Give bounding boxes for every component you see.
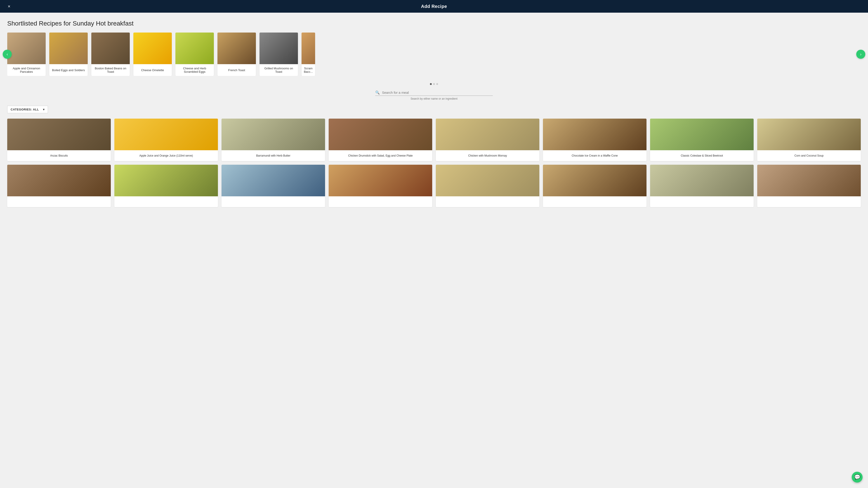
carousel-dot[interactable] <box>430 83 432 85</box>
grid-recipe-card[interactable] <box>329 165 432 207</box>
grid-recipe-card[interactable] <box>221 165 325 207</box>
app-header: × Add Recipe <box>0 0 868 13</box>
search-input[interactable] <box>382 91 493 94</box>
grid-recipe-card[interactable]: Barramundi with Herb Butter <box>221 119 325 161</box>
grid-recipe-card[interactable]: Apple Juice and Orange Juice (110ml serv… <box>114 119 218 161</box>
grid-recipe-card[interactable] <box>436 165 539 207</box>
recipe-card-label: Scram Bacc... <box>302 64 315 76</box>
grid-recipe-card[interactable] <box>543 165 647 207</box>
grid-recipe-image <box>436 165 539 196</box>
recipe-card-image <box>7 33 46 64</box>
grid-recipe-label <box>757 196 861 207</box>
grid-recipe-label: Chocolate Ice Cream in a Waffle Cone <box>543 150 647 161</box>
main-content: Shortlisted Recipes for Sunday Hot break… <box>0 13 868 215</box>
recipe-card-label: French Toast <box>217 64 256 76</box>
grid-recipe-card[interactable] <box>757 165 861 207</box>
grid-recipe-label: Classic Coleslaw & Sliced Beetroot <box>650 150 754 161</box>
grid-recipe-card[interactable]: Classic Coleslaw & Sliced Beetroot <box>650 119 754 161</box>
grid-recipe-image <box>7 119 111 150</box>
recipe-card-label: Grilled Mushrooms on Toast <box>259 64 298 76</box>
search-icon: 🔍 <box>375 90 380 95</box>
grid-recipe-card[interactable]: Corn and Coconut Soup <box>757 119 861 161</box>
grid-recipe-image <box>221 165 325 196</box>
recipe-card-image <box>302 33 315 64</box>
recipe-card-image <box>91 33 130 64</box>
grid-recipe-label: Apple Juice and Orange Juice (110ml serv… <box>114 150 218 161</box>
recipe-card-label: Boiled Eggs and Soldiers <box>49 64 88 76</box>
carousel-recipe-card[interactable]: Cheese and Herb Scrambled Eggs <box>176 33 214 76</box>
close-button[interactable]: × <box>5 3 13 10</box>
grid-recipe-label <box>543 196 647 207</box>
grid-recipe-label: Chicken with Mushroom Mornay <box>436 150 539 161</box>
categories-bar: CATEGORIES: ALL ▾ <box>7 106 861 113</box>
grid-recipe-label <box>329 196 432 207</box>
grid-recipe-label <box>221 196 325 207</box>
grid-recipe-image <box>543 165 647 196</box>
carousel-recipe-card[interactable]: Cheese Omelette <box>133 33 172 76</box>
recipe-card-label: Apple and Cinnamon Pancakes <box>7 64 46 76</box>
search-hint: Search by either name or an ingredient <box>410 97 457 100</box>
carousel-recipe-card[interactable]: Scram Bacc... <box>302 33 315 76</box>
carousel-wrapper: Apple and Cinnamon Pancakes Boiled Eggs … <box>7 33 861 76</box>
recipe-card-image <box>217 33 256 64</box>
category-select[interactable]: CATEGORIES: ALL ▾ <box>7 106 48 113</box>
carousel-recipe-card[interactable]: Grilled Mushrooms on Toast <box>259 33 298 76</box>
grid-recipe-card[interactable] <box>650 165 754 207</box>
grid-recipe-label: Corn and Coconut Soup <box>757 150 861 161</box>
grid-recipe-label <box>436 196 539 207</box>
recipe-card-image <box>176 33 214 64</box>
carousel-dot[interactable] <box>433 83 435 85</box>
recipe-card-image <box>259 33 298 64</box>
recipe-card-label: Cheese and Herb Scrambled Eggs <box>176 64 214 76</box>
grid-recipe-image <box>650 119 754 150</box>
recipe-card-image <box>49 33 88 64</box>
recipe-grid: Anzac Biscuits Apple Juice and Orange Ju… <box>7 119 861 215</box>
carousel-dot[interactable] <box>436 83 438 85</box>
carousel-track: Apple and Cinnamon Pancakes Boiled Eggs … <box>7 33 861 76</box>
grid-recipe-image <box>543 119 647 150</box>
grid-recipe-image <box>329 119 432 150</box>
grid-recipe-card[interactable] <box>114 165 218 207</box>
carousel-recipe-card[interactable]: Boiled Eggs and Soldiers <box>49 33 88 76</box>
grid-recipe-image <box>650 165 754 196</box>
grid-recipe-card[interactable]: Chocolate Ice Cream in a Waffle Cone <box>543 119 647 161</box>
chat-button[interactable]: 💬 <box>852 472 863 483</box>
grid-recipe-card[interactable] <box>7 165 111 207</box>
section-title: Shortlisted Recipes for Sunday Hot break… <box>7 20 861 27</box>
grid-recipe-image <box>757 119 861 150</box>
grid-recipe-image <box>757 165 861 196</box>
grid-recipe-image <box>114 165 218 196</box>
grid-recipe-card[interactable]: Chicken Drumstick with Salad, Egg and Ch… <box>329 119 432 161</box>
grid-recipe-image <box>114 119 218 150</box>
grid-recipe-label <box>650 196 754 207</box>
recipe-card-image <box>133 33 172 64</box>
recipe-card-label: Cheese Omelette <box>133 64 172 76</box>
grid-recipe-label <box>114 196 218 207</box>
grid-recipe-card[interactable]: Chicken with Mushroom Mornay <box>436 119 539 161</box>
grid-recipe-label: Anzac Biscuits <box>7 150 111 161</box>
search-section: 🔍 Search by either name or an ingredient <box>7 90 861 100</box>
grid-recipe-image <box>436 119 539 150</box>
carousel-container: ‹ Apple and Cinnamon Pancakes Boiled Egg… <box>7 33 861 76</box>
chevron-down-icon: ▾ <box>43 108 45 111</box>
grid-recipe-label: Barramundi with Herb Butter <box>221 150 325 161</box>
carousel-recipe-card[interactable]: French Toast <box>217 33 256 76</box>
carousel-recipe-card[interactable]: Apple and Cinnamon Pancakes <box>7 33 46 76</box>
header-title: Add Recipe <box>421 4 447 9</box>
search-box: 🔍 <box>375 90 493 96</box>
grid-recipe-image <box>329 165 432 196</box>
carousel-recipe-card[interactable]: Boston Baked Beans on Toast <box>91 33 130 76</box>
recipe-card-label: Boston Baked Beans on Toast <box>91 64 130 76</box>
grid-recipe-label <box>7 196 111 207</box>
grid-recipe-image <box>221 119 325 150</box>
grid-recipe-label: Chicken Drumstick with Salad, Egg and Ch… <box>329 150 432 161</box>
category-label: CATEGORIES: ALL <box>11 108 39 111</box>
grid-recipe-image <box>7 165 111 196</box>
carousel-next-button[interactable]: › <box>856 50 865 59</box>
carousel-prev-button[interactable]: ‹ <box>3 50 12 59</box>
carousel-dots <box>7 83 861 85</box>
grid-recipe-card[interactable]: Anzac Biscuits <box>7 119 111 161</box>
